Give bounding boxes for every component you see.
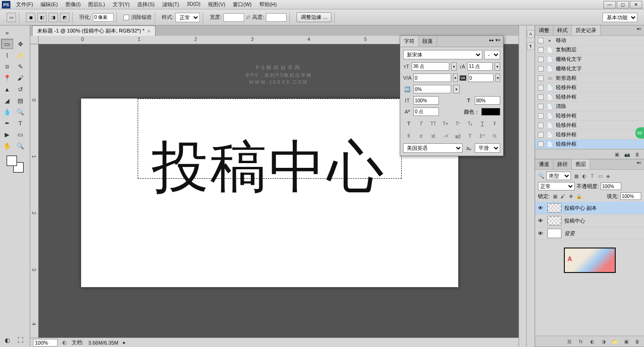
panel-menu-icon[interactable]: ▾≡ — [634, 25, 644, 35]
filter-type-icon[interactable]: T — [589, 173, 595, 179]
fill-input[interactable] — [620, 192, 641, 200]
tab-paths[interactable]: 路径 — [553, 159, 572, 169]
baseline-input[interactable] — [413, 107, 439, 116]
menu-help[interactable]: 帮助(H) — [256, 0, 280, 9]
marquee-tool[interactable]: ▭ — [1, 39, 13, 49]
history-camera-icon[interactable]: 📷 — [623, 151, 631, 157]
ligature-fi-icon[interactable]: fi — [405, 132, 413, 140]
filter-adjust-icon[interactable]: ◐ — [581, 173, 587, 179]
font-size-dd[interactable]: ▾ — [451, 62, 457, 71]
kerning-input[interactable] — [413, 74, 451, 82]
layer-fx-icon[interactable]: fx — [577, 338, 585, 345]
history-item[interactable]: 📄轻移外框 — [535, 121, 644, 130]
layer-item[interactable]: 👁投稿中心 — [535, 215, 644, 227]
font-style-select[interactable]: - — [484, 50, 500, 59]
visibility-icon[interactable]: 👁 — [538, 218, 545, 223]
link-layers-icon[interactable]: ⛓ — [566, 338, 573, 345]
menu-select[interactable]: 选择(S) — [134, 0, 157, 9]
gradient-tool[interactable]: ▤ — [14, 95, 26, 106]
layer-thumbnail[interactable] — [547, 216, 561, 225]
tab-close-icon[interactable]: × — [148, 28, 150, 34]
tab-styles[interactable]: 样式 — [553, 25, 572, 35]
magic-wand-tool[interactable]: ✨ — [14, 50, 26, 60]
hscale-input[interactable] — [413, 96, 439, 105]
tracking-dd[interactable]: ▾ — [495, 74, 500, 82]
menu-type[interactable]: 文字(Y) — [110, 0, 133, 9]
history-item[interactable]: 📄轻移外框 — [535, 83, 644, 92]
style-select[interactable]: 正常 — [175, 13, 200, 22]
new-selection-icon[interactable]: ◼ — [26, 13, 35, 22]
pen-tool[interactable]: ✒ — [1, 118, 13, 128]
history-item[interactable]: 📄轻移外框 — [535, 140, 644, 149]
menu-layer[interactable]: 图层(L) — [85, 0, 107, 9]
stylistic-icon[interactable]: st — [429, 132, 438, 140]
stamp-tool[interactable]: ▲ — [1, 84, 13, 94]
bold-icon[interactable]: T — [405, 120, 413, 127]
brush-tool[interactable]: 🖌 — [14, 73, 26, 83]
leading-input[interactable] — [467, 62, 493, 71]
zoom-slider-icon[interactable]: ◐ — [62, 339, 67, 346]
notification-badge[interactable]: 82 — [636, 127, 644, 139]
underline-icon[interactable]: T — [478, 120, 487, 127]
font-family-select[interactable]: 新宋体 — [403, 50, 482, 59]
language-select[interactable]: 美国英语 — [403, 143, 462, 153]
first-icon[interactable]: 1ˢᵗ — [478, 132, 487, 140]
tab-adjustments[interactable]: 调整 — [535, 25, 553, 35]
layer-name[interactable]: 背景 — [564, 230, 575, 237]
ruler-vertical[interactable]: 01234 — [30, 44, 39, 338]
layers-menu-icon[interactable]: ▾≡ — [634, 159, 644, 169]
move-tool[interactable]: ✥ — [14, 39, 26, 49]
lasso-tool[interactable]: ⌇ — [1, 50, 13, 60]
strikethrough-icon[interactable]: Ŧ — [490, 120, 499, 127]
history-item[interactable]: 📄栅格化文字 — [535, 64, 644, 74]
layer-item[interactable]: 👁投稿中心 副本 — [535, 202, 644, 215]
subtract-selection-icon[interactable]: ◨ — [49, 13, 58, 22]
vscale-input[interactable] — [475, 96, 500, 105]
swap-wh-icon[interactable]: ⇄ — [246, 14, 250, 20]
path-selection-tool[interactable]: ▶ — [1, 129, 13, 140]
feather-input[interactable] — [93, 13, 114, 22]
history-delete-icon[interactable]: 🗑 — [634, 151, 641, 157]
refine-edge-button[interactable]: 调整边缘 ... — [297, 12, 331, 22]
smallcaps-icon[interactable]: Tᴛ — [441, 120, 450, 127]
color-swatches[interactable] — [7, 156, 24, 173]
shape-tool[interactable]: ▭ — [14, 129, 26, 140]
history-item[interactable]: ▸移动 — [535, 36, 644, 45]
tab-character[interactable]: 字符 — [400, 36, 419, 47]
subscript-icon[interactable]: T₁ — [466, 120, 474, 127]
menu-3d[interactable]: 3D(D) — [184, 0, 203, 9]
tab-paragraph[interactable]: 段落 — [419, 36, 437, 47]
layer-item[interactable]: 👁背景 — [535, 227, 644, 240]
tab-channels[interactable]: 通道 — [535, 159, 553, 169]
layer-kind-select[interactable]: 类型 — [546, 172, 571, 180]
italic-icon[interactable]: T — [417, 120, 425, 127]
vertical-scrollbar[interactable] — [519, 25, 526, 347]
quickmask-icon[interactable]: ◐ — [1, 335, 13, 345]
screenmode-icon[interactable]: ⛶ — [14, 335, 26, 345]
menu-file[interactable]: 文件(F) — [13, 0, 36, 9]
layer-group-icon[interactable]: 📁 — [611, 338, 619, 345]
adjustment-layer-icon[interactable]: ◑ — [600, 338, 607, 345]
healing-brush-tool[interactable]: 📍 — [1, 73, 13, 83]
menu-edit[interactable]: 编辑(E) — [38, 0, 61, 9]
type-tool[interactable]: T — [14, 118, 26, 128]
scale-input[interactable] — [413, 85, 451, 93]
leading-dd[interactable]: ▾ — [495, 62, 500, 71]
antialias-checkbox[interactable] — [124, 15, 129, 20]
workspace-select[interactable]: 基本功能 — [603, 13, 637, 22]
character-panel-icon[interactable]: A — [527, 30, 535, 38]
delete-layer-icon[interactable]: 🗑 — [634, 338, 641, 345]
history-item[interactable]: 📄轻移外框 — [535, 130, 644, 140]
char-panel-menu-icon[interactable]: ▸▸ ▾≡ — [487, 36, 503, 47]
maximize-button[interactable]: ◻ — [617, 1, 629, 8]
menu-view[interactable]: 视图(V) — [205, 0, 228, 9]
blend-mode-select[interactable]: 正常 — [538, 182, 575, 190]
visibility-icon[interactable]: 👁 — [538, 231, 545, 236]
layer-thumbnail[interactable] — [547, 203, 561, 213]
menu-image[interactable]: 图像(I) — [63, 0, 83, 9]
eyedropper-tool[interactable]: ✎ — [14, 61, 26, 72]
tab-layers[interactable]: 图层 — [572, 159, 590, 169]
eraser-tool[interactable]: ◢ — [1, 95, 13, 106]
menu-filter[interactable]: 滤镜(T) — [159, 0, 182, 9]
titling-icon[interactable]: a͟d — [454, 132, 462, 140]
